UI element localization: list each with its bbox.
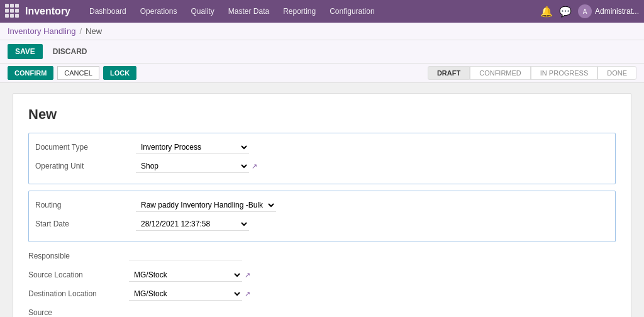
notification-icon[interactable]: 🔔 xyxy=(540,6,553,18)
breadcrumb-current: New xyxy=(86,26,102,36)
form-section-top: Document Type Inventory Process Operatin… xyxy=(28,133,616,184)
document-type-label: Document Type xyxy=(35,143,136,152)
operating-unit-external-link[interactable]: ↗ xyxy=(252,162,257,170)
source-location-label: Source Location xyxy=(28,270,129,279)
start-date-label: Start Date xyxy=(35,220,136,228)
routing-row: Routing Raw paddy Inventory Handling -Bu… xyxy=(35,197,609,213)
topbar: Inventory Dashboard Operations Quality M… xyxy=(0,0,644,23)
nav-operations[interactable]: Operations xyxy=(134,0,184,23)
status-pills: DRAFT CONFIRMED IN PROGRESS DONE xyxy=(428,66,636,80)
main-content: New Document Type Inventory Process Oper… xyxy=(0,83,644,317)
operating-unit-value: Shop ↗ xyxy=(136,160,609,173)
source-location-row: Source Location MG/Stock ↗ xyxy=(28,267,616,282)
apps-icon[interactable] xyxy=(5,4,20,19)
topbar-right: 🔔 💬 A Administrat... xyxy=(540,4,639,18)
destination-location-select[interactable]: MG/Stock xyxy=(129,287,242,301)
save-toolbar: SAVE DISCARD xyxy=(0,40,644,64)
status-draft[interactable]: DRAFT xyxy=(428,66,470,80)
nav-master-data[interactable]: Master Data xyxy=(222,0,275,23)
breadcrumb-separator: / xyxy=(79,26,82,36)
operating-unit-label: Operating Unit xyxy=(35,162,136,170)
responsible-label: Responsible xyxy=(28,252,129,260)
destination-location-value: MG/Stock ↗ xyxy=(129,287,616,301)
routing-value: Raw paddy Inventory Handling -Bulk xyxy=(136,199,609,212)
document-type-select[interactable]: Inventory Process xyxy=(136,141,249,154)
discard-button[interactable]: DISCARD xyxy=(47,44,94,59)
app-brand[interactable]: Inventory xyxy=(25,6,70,17)
topbar-nav: Dashboard Operations Quality Master Data… xyxy=(83,0,540,23)
source-value xyxy=(129,308,616,318)
status-toolbar: CONFIRM CANCEL LOCK DRAFT CONFIRMED IN P… xyxy=(0,64,644,83)
avatar: A xyxy=(578,4,592,18)
save-button[interactable]: SAVE xyxy=(8,44,43,59)
source-location-select[interactable]: MG/Stock xyxy=(129,269,242,282)
responsible-row: Responsible xyxy=(28,248,616,264)
nav-reporting[interactable]: Reporting xyxy=(277,0,322,23)
routing-label: Routing xyxy=(35,201,136,209)
responsible-value xyxy=(129,252,616,261)
routing-select[interactable]: Raw paddy Inventory Handling -Bulk xyxy=(136,199,276,212)
nav-dashboard[interactable]: Dashboard xyxy=(83,0,133,23)
cancel-button[interactable]: CANCEL xyxy=(57,66,99,80)
destination-location-row: Destination Location MG/Stock ↗ xyxy=(28,286,616,301)
lock-button[interactable]: LOCK xyxy=(103,66,136,80)
destination-location-external-link[interactable]: ↗ xyxy=(245,290,250,298)
destination-location-label: Destination Location xyxy=(28,289,129,298)
user-menu[interactable]: A Administrat... xyxy=(578,4,639,18)
document-type-row: Document Type Inventory Process xyxy=(35,140,609,155)
status-done[interactable]: DONE xyxy=(597,66,636,80)
source-location-external-link[interactable]: ↗ xyxy=(245,271,250,279)
source-location-value: MG/Stock ↗ xyxy=(129,269,616,282)
status-in-progress[interactable]: IN PROGRESS xyxy=(531,66,597,80)
form-title: New xyxy=(28,106,616,123)
form-section-routing: Routing Raw paddy Inventory Handling -Bu… xyxy=(28,191,616,242)
nav-configuration[interactable]: Configuration xyxy=(323,0,380,23)
start-date-row: Start Date 28/12/2021 12:37:58 xyxy=(35,216,609,231)
form-card: New Document Type Inventory Process Oper… xyxy=(13,93,631,317)
responsible-input[interactable] xyxy=(129,252,242,261)
start-date-select[interactable]: 28/12/2021 12:37:58 xyxy=(136,218,249,231)
nav-quality[interactable]: Quality xyxy=(184,0,220,23)
breadcrumb-parent[interactable]: Inventory Handling xyxy=(8,26,75,36)
confirm-button[interactable]: CONFIRM xyxy=(8,66,53,80)
source-input[interactable] xyxy=(129,308,242,318)
breadcrumb: Inventory Handling / New xyxy=(0,23,644,40)
document-type-value: Inventory Process xyxy=(136,141,609,154)
operating-unit-row: Operating Unit Shop ↗ xyxy=(35,158,609,174)
user-name: Administrat... xyxy=(595,7,639,16)
operating-unit-select[interactable]: Shop xyxy=(136,160,249,173)
status-confirmed[interactable]: CONFIRMED xyxy=(470,66,531,80)
start-date-value: 28/12/2021 12:37:58 xyxy=(136,218,609,231)
source-row: Source xyxy=(28,305,616,317)
source-label: Source xyxy=(28,308,129,317)
chat-icon[interactable]: 💬 xyxy=(559,6,572,18)
